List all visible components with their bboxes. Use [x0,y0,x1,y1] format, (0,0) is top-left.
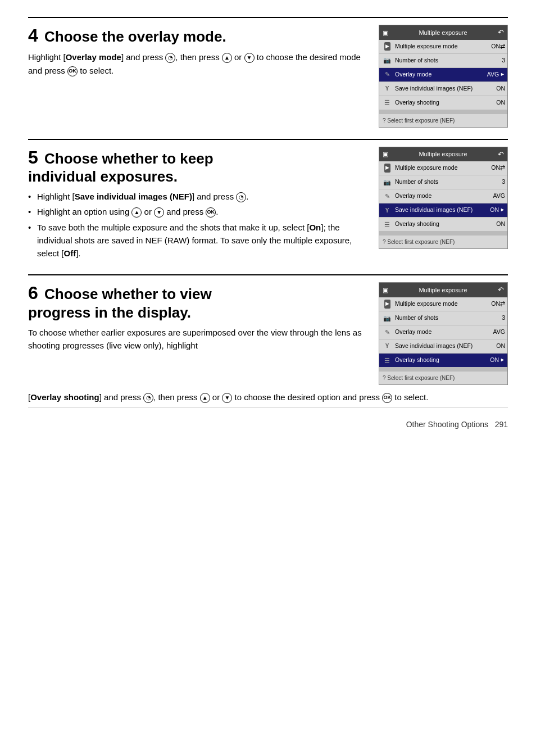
camera-ui-4-icon: ▣ [383,28,388,38]
row-1-icon: ▶ [381,41,393,52]
camera-ui-4-back: ↶ [498,27,504,38]
step-5-number: 5 [28,147,38,168]
row-6-3-value: AVG [493,328,505,337]
step-5-title: Choose whether to keepindividual exposur… [28,150,214,185]
row-5-3-value: AVG [493,192,505,201]
bullet-5-1: Highlight [Save individual images (NEF)]… [28,190,367,203]
camera-ui-5-row-2: 📷 Number of shots 3 [379,175,507,189]
camera-ui-4-row-1: ▶ Multiple exposure mode ON⇄ [379,40,507,54]
camera-ui-5: ▣ Multiple exposure ↶ ▶ Multiple exposur… [379,147,508,250]
camera-ui-5-title: Multiple exposure [419,150,467,159]
camera-ui-4-row-5: ☰ Overlay shooting ON [379,96,507,110]
camera-ui-6-footer: ? Select first exposure (NEF) [379,371,507,384]
row-5-4-value: ON ► [490,206,505,215]
section-6-divider [28,274,508,275]
row-5-2-label: Number of shots [395,178,502,187]
camera-ui-5-back: ↶ [498,149,504,160]
row-5-4-icon: Y [381,205,393,216]
step-6-number: 6 [28,283,38,303]
row-6-2-value: 3 [502,314,505,323]
section-6-screenshot: ▣ Multiple exposure ↶ ▶ Multiple exposur… [379,282,508,385]
row-5-5-icon: ☰ [381,219,393,230]
camera-ui-6-row-4: Y Save individual images (NEF) ON [379,339,507,354]
row-3-value: AVG ► [487,70,505,79]
row-5-5-value: ON [496,220,505,229]
camera-ui-4-row-2: 📷 Number of shots 3 [379,54,507,68]
camera-ui-4-header: ▣ Multiple exposure ↶ [379,25,507,40]
camera-ui-6-icon: ▣ [383,286,388,295]
camera-ui-5-row-1: ▶ Multiple exposure mode ON⇄ [379,161,507,175]
ok-icon-5: OK [206,207,216,218]
footer-text: Other Shooting Options 291 [406,419,508,431]
section-5: 5 Choose whether to keepindividual expos… [28,147,508,264]
left-icon-5: ▲ [131,207,142,218]
camera-ui-4: ▣ Multiple exposure ↶ ▶ Multiple exposur… [379,25,508,128]
row-6-5-label: Overlay shooting [395,356,490,365]
page-content: 4 Choose the overlay mode. Highlight [Ov… [28,17,508,431]
camera-ui-6-body: ▶ Multiple exposure mode ON⇄ 📷 Number of… [379,297,507,371]
row-4-icon: Y [381,83,393,94]
camera-ui-4-body: ▶ Multiple exposure mode ON⇄ 📷 Number of… [379,40,507,114]
section-6-heading: 6 Choose whether to viewprogress in the … [28,282,367,322]
section-4-text: 4 Choose the overlay mode. Highlight [Ov… [28,25,367,128]
row-5-2-value: 3 [502,178,505,187]
section-4: 4 Choose the overlay mode. Highlight [Ov… [28,25,508,128]
section-4-heading: 4 Choose the overlay mode. [28,25,367,46]
step-4-title: Choose the overlay mode. [44,28,226,45]
row-4-label: Save individual images (NEF) [395,84,496,93]
nav-icon-6: ◔ [143,393,153,403]
row-6-3-icon: ✎ [381,327,393,338]
camera-ui-6-row-1: ▶ Multiple exposure mode ON⇄ [379,297,507,311]
section-6: 6 Choose whether to viewprogress in the … [28,282,508,385]
row-1-value: ON⇄ [491,42,505,51]
row-6-3-label: Overlay mode [395,328,493,337]
bullet-5-3: To save both the multiple exposure and t… [28,221,367,260]
left-icon-6: ▲ [200,393,210,403]
row-6-4-value: ON [496,342,505,351]
footer-6-question-icon: ? [383,375,386,381]
section-5-divider [28,139,508,140]
row-6-2-label: Number of shots [395,314,502,323]
camera-ui-6-back: ↶ [498,284,504,296]
row-5-1-label: Multiple exposure mode [395,164,491,173]
section-6-body-bottom: [Overlay shooting] and press ◔, then pre… [28,391,508,404]
camera-ui-5-icon: ▣ [383,150,388,159]
section-6-body-top: To choose whether earlier exposures are … [28,326,367,352]
section-4-body: Highlight [Overlay mode] and press ◔, th… [28,51,367,77]
row-6-4-icon: Y [381,341,393,352]
row-6-5-value: ON ► [490,356,505,365]
row-2-icon: 📷 [381,55,393,66]
row-3-icon: ✎ [381,69,393,80]
section-5-screenshot: ▣ Multiple exposure ↶ ▶ Multiple exposur… [379,147,508,264]
camera-ui-6-row-3: ✎ Overlay mode AVG [379,325,507,339]
camera-ui-6-header: ▣ Multiple exposure ↶ [379,283,507,297]
row-4-value: ON [496,84,505,93]
nav-icon-1: ◔ [165,53,175,63]
row-6-5-icon: ☰ [381,355,393,366]
row-5-2-icon: 📷 [381,176,393,188]
camera-ui-5-footer: ? Select first exposure (NEF) [379,235,507,248]
camera-ui-5-row-5: ☰ Overlay shooting ON [379,218,507,232]
row-5-1-icon: ▶ [381,162,393,174]
row-6-4-label: Save individual images (NEF) [395,342,496,351]
row-6-1-label: Multiple exposure mode [395,300,491,309]
camera-ui-6-title: Multiple exposure [419,286,467,295]
right-icon-6: ▼ [222,393,232,403]
section-6-text: 6 Choose whether to viewprogress in the … [28,282,367,385]
row-5-1-value: ON⇄ [491,164,505,173]
section-5-heading: 5 Choose whether to keepindividual expos… [28,147,367,186]
footer-question-icon: ? [383,117,386,124]
section-4-divider [28,17,508,18]
footer-section-label: Other Shooting Options [406,420,488,429]
row-5-value: ON [496,98,505,107]
section-4-screenshot: ▣ Multiple exposure ↶ ▶ Multiple exposur… [379,25,508,128]
row-2-label: Number of shots [395,56,502,65]
camera-ui-5-body: ▶ Multiple exposure mode ON⇄ 📷 Number of… [379,161,507,235]
nav-icon-5-1: ◔ [236,192,246,202]
footer-page-number: 291 [495,420,508,429]
ok-icon-1: OK [67,66,78,76]
ok-icon-6: OK [382,393,392,403]
step-4-number: 4 [28,25,38,46]
right-icon-5: ▼ [154,207,164,218]
row-5-3-icon: ✎ [381,191,393,202]
